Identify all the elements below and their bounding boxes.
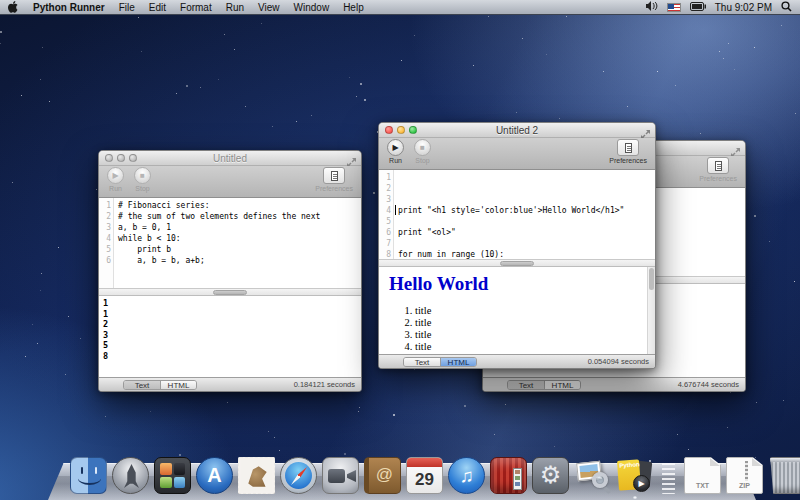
status-bar: Text HTML 0.184121 seconds	[99, 377, 361, 391]
menu-item-view[interactable]: View	[258, 2, 280, 13]
menu-item-window[interactable]: Window	[294, 2, 330, 13]
menu-item-file[interactable]: File	[119, 2, 135, 13]
menu-item-help[interactable]: Help	[343, 2, 364, 13]
preferences-icon	[323, 167, 345, 184]
rendered-heading: Hello World	[389, 273, 647, 295]
window-title: Untitled	[99, 153, 361, 164]
view-mode-tabs: Text HTML	[123, 380, 197, 390]
code-text: print "<h1 style='color:blue'>Hello Worl…	[394, 170, 655, 259]
us-flag-icon[interactable]	[667, 3, 681, 12]
launchpad-icon[interactable]	[112, 457, 149, 494]
menu-bar: Python Runner FileEditFormatRunViewWindo…	[0, 0, 800, 15]
menu-item-edit[interactable]: Edit	[149, 2, 166, 13]
addressbook-icon[interactable]: @	[364, 457, 401, 494]
elapsed-time: 4.676744 seconds	[678, 380, 739, 389]
trash-icon[interactable]	[768, 457, 800, 494]
preferences-icon	[707, 157, 729, 174]
python-icon[interactable]: Python▶	[616, 457, 653, 494]
ical-icon[interactable]: 29	[406, 457, 443, 494]
titlebar-untitled[interactable]: Untitled	[99, 151, 361, 166]
text-cursor	[395, 205, 396, 215]
stop-icon: ■	[134, 167, 151, 184]
photobooth-icon[interactable]	[490, 457, 527, 494]
output-pane[interactable]: Hello World titletitletitletitletitletit…	[379, 267, 655, 354]
sysprefs-icon[interactable]: ⚙	[532, 457, 569, 494]
menu-item-run[interactable]: Run	[226, 2, 244, 13]
vertical-scrollbar[interactable]	[647, 267, 655, 354]
play-icon: ▶	[387, 139, 404, 156]
toolbar: ▶ Run ■ Stop Preferences	[99, 166, 361, 198]
mail-icon[interactable]	[238, 457, 275, 494]
tab-html[interactable]: HTML	[440, 358, 476, 366]
preferences-icon	[617, 139, 639, 156]
itunes-icon[interactable]: ♫	[448, 457, 485, 494]
output-text: 1 1 2 3 5 8	[99, 296, 361, 361]
preferences-button[interactable]: Preferences	[609, 139, 647, 164]
txt-icon[interactable]: TXT	[684, 457, 721, 494]
line-numbers: 12345678	[379, 170, 394, 259]
elapsed-time: 0.054094 seconds	[588, 357, 649, 366]
app-menu-title[interactable]: Python Runner	[33, 2, 105, 13]
code-editor[interactable]: 123456 # Fibonacci series:# the sum of t…	[99, 198, 361, 288]
horizontal-scrollbar[interactable]	[379, 259, 655, 267]
output-pane[interactable]: 1 1 2 3 5 8	[99, 296, 361, 377]
running-indicator	[633, 496, 637, 499]
window-title: Untitled 2	[379, 125, 655, 136]
rendered-list: titletitletitletitletitletitle	[415, 305, 647, 354]
tab-text[interactable]: Text	[404, 358, 440, 366]
run-button[interactable]: ▶ Run	[387, 139, 404, 164]
play-icon: ▶	[107, 167, 124, 184]
titlebar-untitled2[interactable]: Untitled 2	[379, 123, 655, 138]
code-editor[interactable]: 12345678 print "<h1 style='color:blue'>H…	[379, 170, 655, 259]
spotlight-icon[interactable]	[781, 1, 792, 14]
tab-text[interactable]: Text	[124, 381, 160, 389]
view-mode-tabs: Text HTML	[507, 380, 581, 390]
status-bar: Text HTML 4.676744 seconds	[483, 377, 745, 391]
volume-icon[interactable]	[646, 1, 658, 13]
safari-icon[interactable]	[280, 457, 317, 494]
menu-item-format[interactable]: Format	[180, 2, 212, 13]
status-bar: Text HTML 0.054094 seconds	[379, 354, 655, 368]
preferences-button[interactable]: Preferences	[315, 167, 353, 192]
elapsed-time: 0.184121 seconds	[294, 380, 355, 389]
menu-clock[interactable]: Thu 9:02 PM	[715, 2, 772, 13]
run-button[interactable]: ▶ Run	[107, 167, 124, 192]
dock-divider	[662, 460, 675, 494]
stop-button[interactable]: ■ Stop	[134, 167, 151, 192]
dashboard-icon[interactable]	[154, 457, 191, 494]
line-numbers: 123456	[99, 198, 114, 288]
stop-icon: ■	[414, 139, 431, 156]
tab-text[interactable]: Text	[508, 381, 544, 389]
dock: A@29♫⚙Python▶TXTZIP	[48, 444, 756, 500]
stop-button[interactable]: ■ Stop	[414, 139, 431, 164]
apple-menu-icon[interactable]	[8, 1, 19, 13]
finder-icon[interactable]	[70, 457, 107, 494]
tab-html[interactable]: HTML	[160, 381, 196, 389]
scroll-thumb[interactable]	[649, 268, 654, 290]
scroll-thumb[interactable]	[500, 261, 534, 266]
window-untitled2: Untitled 2 ▶ Run ■ Stop Preferences 1234…	[378, 122, 656, 369]
menu-items: FileEditFormatRunViewWindowHelp	[119, 2, 364, 13]
tab-html[interactable]: HTML	[544, 381, 580, 389]
horizontal-scrollbar[interactable]	[99, 288, 361, 296]
scroll-thumb[interactable]	[213, 290, 247, 295]
zip-icon[interactable]: ZIP	[726, 457, 763, 494]
window-untitled: Untitled ▶ Run ■ Stop Preferences 123456…	[98, 150, 362, 392]
preferences-button[interactable]: Preferences	[699, 157, 737, 182]
view-mode-tabs: Text HTML	[403, 357, 477, 367]
facetime-icon[interactable]	[322, 457, 359, 494]
preview-icon[interactable]	[574, 457, 611, 494]
appstore-icon[interactable]: A	[196, 457, 233, 494]
code-text: # Fibonacci series:# the sum of two elem…	[114, 198, 361, 288]
toolbar: ▶ Run ■ Stop Preferences	[379, 138, 655, 170]
battery-icon[interactable]	[690, 2, 706, 13]
